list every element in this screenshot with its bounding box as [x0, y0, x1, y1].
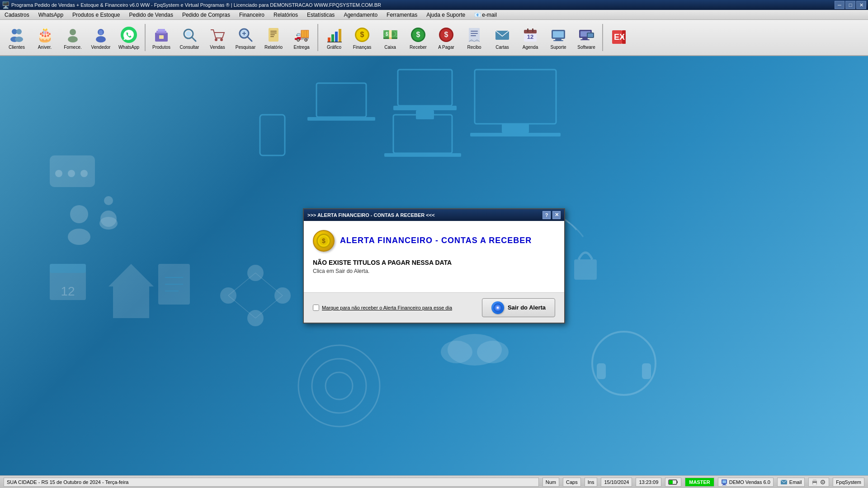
dialog-footer: Marque para não receber o Alerta Finance… — [304, 292, 564, 323]
svg-rect-59 — [580, 39, 590, 40]
status-icons — [808, 478, 829, 487]
svg-rect-58 — [582, 38, 588, 39]
svg-text:$: $ — [416, 31, 420, 38]
svg-text:$: $ — [322, 237, 326, 244]
produtos-icon — [152, 26, 170, 44]
main-background: 12 📞 — [0, 56, 868, 475]
toolbar-clientes[interactable]: Clientes — [4, 21, 30, 54]
toolbar-receber[interactable]: $ Receber — [405, 21, 431, 54]
toolbar-agenda[interactable]: 12 Agenda — [517, 21, 543, 54]
apagar-icon: $ — [437, 26, 455, 44]
checkbox-area: Marque para não receber o Alerta Finance… — [313, 305, 452, 311]
dialog-header-row: $ ALERTA FINANCEIRO - CONTAS A RECEBER — [313, 230, 555, 252]
toolbar-software[interactable]: Software — [573, 21, 599, 54]
aniver-label: Aniver. — [38, 45, 52, 50]
toolbar-entrega[interactable]: 🚚 Entrega — [288, 21, 315, 54]
svg-rect-24 — [270, 31, 277, 32]
dialog-subtitle: NÃO EXISTE TITULOS A PAGAR NESSA DATA — [313, 259, 555, 266]
toolbar-pesquisar[interactable]: Pesquisar — [232, 21, 259, 54]
toolbar-vendedor[interactable]: Vendedor — [88, 21, 114, 54]
menu-ajuda[interactable]: Ajuda e Suporte — [422, 10, 470, 19]
menu-relatorios[interactable]: Relatórios — [269, 10, 302, 19]
app-icon: 🖥️ — [2, 1, 9, 9]
sair-icon — [491, 301, 504, 314]
menu-email[interactable]: 📧e-mail — [470, 10, 501, 19]
toolbar-grafico[interactable]: Gráfico — [321, 21, 347, 54]
dialog-main-title: ALERTA FINANCEIRO - CONTAS A RECEBER — [340, 236, 532, 245]
toolbar-whatsapp[interactable]: WhatsApp — [116, 21, 142, 54]
alert-dialog: >>> ALERTA FINANCEIRO - CONTAS A RECEBER… — [303, 208, 565, 324]
produtos-label: Produtos — [152, 45, 170, 50]
minimize-button[interactable]: ─ — [835, 1, 844, 9]
fornece-label: Fornece. — [64, 45, 81, 50]
receber-label: Receber — [410, 45, 427, 50]
menu-whatsapp[interactable]: WhatsApp — [34, 10, 68, 19]
toolbar-suporte[interactable]: Suporte — [545, 21, 571, 54]
svg-point-7 — [96, 36, 106, 42]
maximize-button[interactable]: □ — [845, 1, 855, 9]
sair-btn-label: Sair do Alerta — [508, 304, 546, 311]
toolbar-caixa[interactable]: 💵 Caixa — [377, 21, 403, 54]
clientes-label: Clientes — [9, 45, 25, 50]
svg-rect-127 — [677, 481, 678, 483]
menu-ferramentas[interactable]: Ferramentas — [382, 10, 422, 19]
svg-rect-30 — [335, 32, 338, 42]
svg-text:↗: ↗ — [619, 34, 625, 41]
sair-do-alerta-button[interactable]: Sair do Alerta — [482, 298, 555, 317]
menu-agendamento[interactable]: Agendamento — [339, 10, 382, 19]
menu-financeiro[interactable]: Financeiro — [235, 10, 269, 19]
title-bar-controls: ─ □ ✕ — [835, 1, 866, 9]
toolbar-financas[interactable]: $ Finanças — [349, 21, 375, 54]
menu-estatisticas[interactable]: Estatísticas — [302, 10, 339, 19]
toolbar-apagar[interactable]: $ A Pagar — [433, 21, 459, 54]
close-button[interactable]: ✕ — [856, 1, 866, 9]
dialog-close-button[interactable]: ✕ — [552, 211, 561, 219]
print-icon — [811, 479, 818, 485]
checkbox-label[interactable]: Marque para não receber o Alerta Finance… — [322, 305, 452, 310]
pesquisar-label: Pesquisar — [236, 45, 255, 50]
caixa-label: Caixa — [384, 45, 396, 50]
svg-rect-42 — [469, 28, 480, 42]
toolbar-consultar[interactable]: Consultar — [176, 21, 203, 54]
svg-rect-12 — [158, 29, 165, 32]
svg-text:$: $ — [444, 31, 448, 38]
toolbar-exit[interactable]: EX ↗ — [606, 21, 632, 54]
financas-label: Finanças — [353, 45, 372, 50]
whatsapp-label: WhatsApp — [118, 45, 139, 50]
svg-rect-48 — [524, 30, 537, 33]
dialog-help-button[interactable]: ? — [542, 211, 551, 219]
menu-pedido-compras[interactable]: Pedido de Compras — [178, 10, 235, 19]
status-ins: Ins — [585, 478, 598, 487]
vendedor-label: Vendedor — [91, 45, 111, 50]
menu-pedido-vendas[interactable]: Pedido de Vendas — [124, 10, 177, 19]
vendas-label: Vendas — [210, 45, 225, 50]
status-email-icon: Email — [777, 478, 805, 487]
suporte-icon — [549, 26, 567, 44]
vendedor-icon — [92, 26, 110, 44]
toolbar-relatorio[interactable]: Relatório — [260, 21, 287, 54]
toolbar-recibo[interactable]: Recibo — [461, 21, 487, 54]
menu-bar: Cadastros WhatsApp Produtos e Estoque Pe… — [0, 10, 868, 20]
toolbar-fornece[interactable]: Fornece. — [60, 21, 86, 54]
email-icon — [780, 479, 788, 485]
pesquisar-icon — [236, 26, 255, 44]
toolbar-aniver[interactable]: 🎂 Aniver. — [32, 21, 58, 54]
entrega-label: Entrega — [293, 45, 309, 50]
svg-rect-55 — [553, 40, 563, 41]
suporte-label: Suporte — [550, 45, 566, 50]
svg-point-138 — [822, 481, 824, 483]
menu-cadastros[interactable]: Cadastros — [0, 10, 34, 19]
whatsapp-icon — [120, 26, 138, 44]
toolbar-cartas[interactable]: Cartas — [489, 21, 515, 54]
menu-produtos-estoque[interactable]: Produtos e Estoque — [68, 10, 124, 19]
svg-rect-61 — [588, 33, 593, 37]
svg-point-1 — [16, 29, 22, 34]
toolbar-produtos[interactable]: Produtos — [148, 21, 175, 54]
svg-line-20 — [247, 37, 252, 41]
no-alert-checkbox[interactable] — [313, 305, 319, 311]
toolbar-vendas[interactable]: Vendas — [204, 21, 231, 54]
financas-icon: $ — [353, 26, 371, 44]
status-fpqsystem: FpqSystem — [833, 478, 864, 487]
svg-rect-54 — [555, 39, 561, 40]
toolbar: Clientes 🎂 Aniver. Fornece. Vendedor — [0, 20, 868, 56]
